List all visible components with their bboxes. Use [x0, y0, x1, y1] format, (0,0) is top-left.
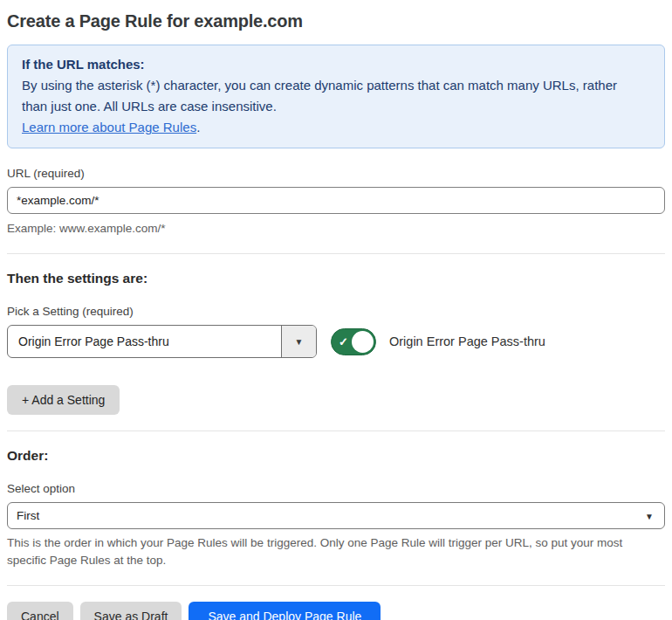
create-page-rule-form: Create a Page Rule for example.com If th… [0, 0, 672, 620]
save-and-deploy-button[interactable]: Save and Deploy Page Rule [189, 602, 381, 620]
divider [7, 253, 665, 254]
order-select[interactable]: First ▼ [7, 502, 665, 529]
cancel-button[interactable]: Cancel [7, 602, 73, 620]
origin-error-toggle[interactable]: ✓ [331, 328, 376, 355]
learn-more-link[interactable]: Learn more about Page Rules [22, 120, 196, 134]
url-field-label: URL (required) [7, 167, 665, 181]
url-input[interactable] [7, 187, 665, 214]
order-helper-text: This is the order in which your Page Rul… [7, 534, 653, 569]
url-match-info-box: If the URL matches: By using the asteris… [7, 45, 665, 148]
order-select-value: First [17, 509, 39, 522]
setting-picker-value: Origin Error Page Pass-thru [8, 326, 281, 357]
check-icon: ✓ [339, 336, 348, 348]
footer-button-row: Cancel Save as Draft Save and Deploy Pag… [7, 602, 665, 620]
toggle-label: Origin Error Page Pass-thru [389, 334, 545, 348]
info-box-body: By using the asterisk (*) character, you… [22, 75, 633, 117]
toggle-knob [352, 331, 374, 353]
chevron-down-icon: ▼ [295, 337, 304, 347]
order-section-heading: Order: [7, 447, 665, 464]
divider [7, 431, 665, 431]
select-option-label: Select option [7, 482, 665, 496]
setting-row: Origin Error Page Pass-thru ▼ ✓ Origin E… [7, 325, 665, 358]
settings-section-heading: Then the settings are: [7, 270, 665, 286]
divider [7, 585, 665, 586]
add-setting-button[interactable]: + Add a Setting [7, 385, 120, 415]
link-suffix: . [196, 120, 200, 134]
setting-picker-dropdown[interactable]: Origin Error Page Pass-thru ▼ [7, 325, 317, 358]
save-as-draft-button[interactable]: Save as Draft [80, 602, 182, 620]
pick-setting-label: Pick a Setting (required) [7, 305, 665, 319]
page-title: Create a Page Rule for example.com [7, 10, 665, 31]
info-box-link-line: Learn more about Page Rules. [22, 117, 650, 138]
info-box-heading: If the URL matches: [22, 54, 650, 75]
chevron-down-icon: ▼ [645, 511, 654, 520]
setting-picker-caret-button[interactable]: ▼ [281, 326, 316, 357]
url-example-helper: Example: www.example.com/* [7, 220, 665, 238]
